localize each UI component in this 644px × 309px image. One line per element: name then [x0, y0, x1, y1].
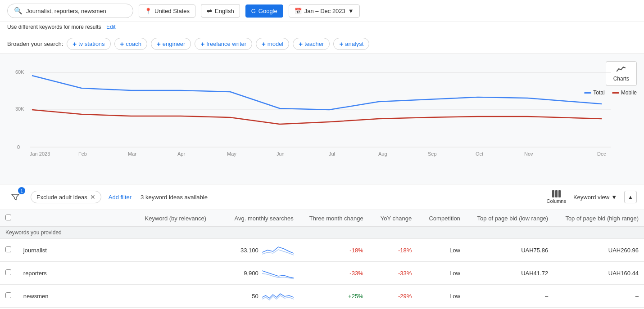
add-filter-button[interactable]: Add filter [109, 194, 132, 201]
bid-high-cell: UAH260.96 [553, 239, 644, 262]
date-filter[interactable]: 📅 Jan – Dec 2023 ▼ [289, 4, 360, 18]
th-bid-low[interactable]: Top of page bid (low range) [466, 210, 553, 227]
th-yoy[interactable]: YoY change [369, 210, 417, 227]
row-checkbox[interactable] [5, 246, 11, 252]
bid-low-cell: UAH75.86 [466, 239, 553, 262]
th-select-all[interactable] [0, 210, 18, 227]
broaden-tag-teacher[interactable]: + teacher [293, 38, 330, 50]
keyword-text: journalist [23, 247, 47, 254]
platform-filter[interactable]: G Google [245, 4, 283, 18]
table-row: newsmen 50 +25% -29% Low – – [0, 285, 644, 308]
plus-icon: + [120, 40, 124, 48]
language-filter[interactable]: ⇌ English [201, 4, 240, 18]
svg-text:Aug: Aug [378, 151, 387, 157]
columns-icon [552, 190, 561, 197]
translate-icon: ⇌ [207, 7, 212, 14]
bid-low-cell: – [466, 285, 553, 308]
suggestion-text: Use different keywords for more results [7, 24, 101, 30]
exclude-remove-button[interactable]: ✕ [90, 193, 95, 201]
avg-value: 50 [252, 293, 258, 300]
chart-section: Charts Total Mobile 60K 30K 0 Jan 2023 [0, 54, 644, 184]
filter-badge: 1 [18, 187, 25, 194]
broaden-tag-model[interactable]: + model [256, 38, 289, 50]
row-checkbox-cell[interactable] [0, 262, 18, 285]
svg-text:Nov: Nov [524, 151, 533, 157]
broaden-tag-analyst[interactable]: + analyst [333, 38, 369, 50]
three-month-cell: -18% [299, 239, 369, 262]
group-header-label: Keywords you provided [0, 227, 644, 239]
row-checkbox[interactable] [5, 269, 11, 275]
plus-icon: + [299, 40, 303, 48]
sparkline [262, 266, 294, 280]
competition-cell: Low [417, 262, 466, 285]
line-chart-svg: 60K 30K 0 Jan 2023 Feb Mar Apr May Jun J… [7, 66, 615, 165]
keyword-cell: journalist [18, 239, 212, 262]
keyword-text: reporters [23, 270, 47, 277]
th-avg-monthly[interactable]: Avg. monthly searches [212, 210, 299, 227]
th-bid-high[interactable]: Top of page bid (high range) [553, 210, 644, 227]
th-three-month[interactable]: Three month change [299, 210, 369, 227]
filter-bar: 1 Exclude adult ideas ✕ Add filter 3 key… [0, 184, 644, 210]
broaden-tag-freelance-writer[interactable]: + freelance writer [195, 38, 252, 50]
location-icon: 📍 [145, 8, 152, 14]
funnel-icon [11, 193, 20, 202]
collapse-chart-button[interactable]: ▲ [624, 191, 637, 203]
top-bar: 🔍 📍 United States ⇌ English G Google 📅 J… [0, 0, 644, 22]
svg-text:Oct: Oct [476, 151, 483, 157]
search-box[interactable]: 🔍 [7, 4, 133, 18]
svg-text:Sep: Sep [428, 151, 437, 157]
keyword-cell: reporters [18, 262, 212, 285]
avg-monthly-cell: 33,100 [212, 239, 299, 262]
yoy-cell: -29% [369, 285, 417, 308]
bid-low-cell: UAH41.72 [466, 262, 553, 285]
yoy-cell: -33% [369, 262, 417, 285]
broaden-tag-tv-stations[interactable]: + tv stations [67, 38, 110, 50]
search-input[interactable] [26, 8, 127, 14]
keyword-cell: newsmen [18, 285, 212, 308]
three-month-cell: +25% [299, 285, 369, 308]
select-all-checkbox[interactable] [5, 215, 11, 220]
chart-svg-container: 60K 30K 0 Jan 2023 Feb Mar Apr May Jun J… [7, 66, 637, 165]
broaden-tag-engineer[interactable]: + engineer [151, 38, 191, 50]
row-checkbox-cell[interactable] [0, 239, 18, 262]
svg-text:Dec: Dec [597, 151, 606, 157]
plus-icon: + [200, 40, 204, 48]
table-row: journalist 33,100 -18% -18% Low UAH75.86 [0, 239, 644, 262]
plus-icon: + [73, 40, 77, 48]
broaden-tag-coach[interactable]: + coach [114, 38, 147, 50]
svg-text:Jul: Jul [329, 151, 335, 157]
table-row: reporters 9,900 -33% -33% Low UAH41.72 [0, 262, 644, 285]
filter-icon-button[interactable]: 1 [7, 189, 23, 205]
competition-cell: Low [417, 285, 466, 308]
table-header-row: Keyword (by relevance) Avg. monthly sear… [0, 210, 644, 227]
row-checkbox[interactable] [5, 292, 11, 298]
location-filter[interactable]: 📍 United States [139, 4, 195, 18]
sparkline [262, 243, 294, 257]
keyword-table-container: Keyword (by relevance) Avg. monthly sear… [0, 210, 644, 308]
three-month-cell: -33% [299, 262, 369, 285]
svg-text:Jun: Jun [277, 151, 285, 157]
keyword-view-button[interactable]: Keyword view ▼ [573, 194, 617, 201]
plus-icon: + [262, 40, 266, 48]
edit-link[interactable]: Edit [106, 24, 116, 30]
broaden-bar: Broaden your search: + tv stations + coa… [0, 34, 644, 54]
columns-button[interactable]: Columns [547, 190, 566, 204]
competition-cell: Low [417, 239, 466, 262]
avg-monthly-cell: 50 [212, 285, 299, 308]
svg-text:Jan 2023: Jan 2023 [30, 151, 50, 157]
broaden-label: Broaden your search: [7, 40, 63, 47]
svg-text:May: May [227, 151, 236, 157]
calendar-icon: 📅 [295, 8, 302, 14]
keyword-table: Keyword (by relevance) Avg. monthly sear… [0, 210, 644, 308]
svg-text:Feb: Feb [78, 151, 87, 157]
th-competition[interactable]: Competition [417, 210, 466, 227]
search-icon: 🔍 [14, 7, 23, 15]
chevron-down-icon: ▼ [348, 8, 354, 14]
sparkline [262, 289, 294, 303]
yoy-cell: -18% [369, 239, 417, 262]
ideas-count: 3 keyword ideas available [141, 194, 208, 201]
bid-high-cell: – [553, 285, 644, 308]
row-checkbox-cell[interactable] [0, 285, 18, 308]
th-keyword[interactable]: Keyword (by relevance) [18, 210, 212, 227]
svg-text:0: 0 [17, 144, 20, 150]
